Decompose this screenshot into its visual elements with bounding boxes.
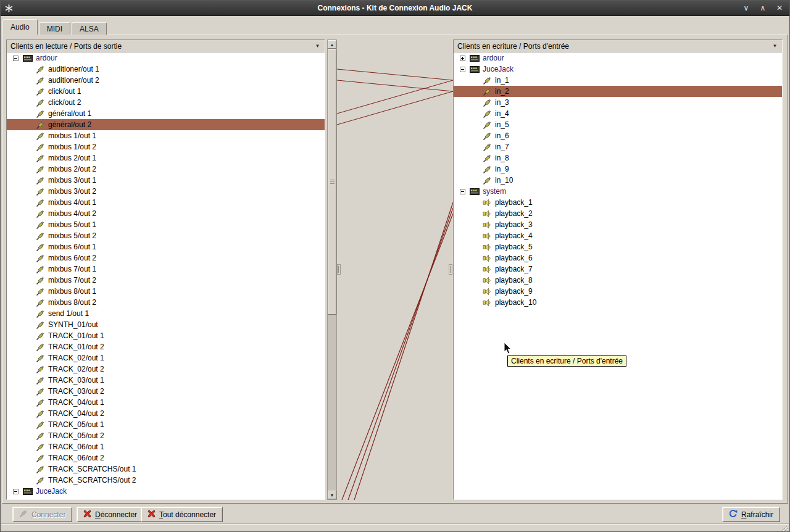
port-row-in_7[interactable]: in_7 xyxy=(454,141,782,152)
scrollbar-thumb[interactable] xyxy=(328,49,336,315)
expand-toggle-icon[interactable] xyxy=(460,56,465,61)
speaker-icon xyxy=(483,198,492,207)
port-row-send 1/out 1[interactable]: send 1/out 1 xyxy=(7,308,325,319)
disconnect-button[interactable]: Déconnecter xyxy=(77,507,144,522)
port-row-mixbus 2/out 1[interactable]: mixbus 2/out 1 xyxy=(7,152,325,164)
port-row-mixbus 4/out 2[interactable]: mixbus 4/out 2 xyxy=(7,208,325,219)
port-row-mixbus 2/out 2[interactable]: mixbus 2/out 2 xyxy=(7,164,325,175)
port-row-in_3[interactable]: in_3 xyxy=(454,97,782,108)
scroll-down-icon[interactable]: ▼ xyxy=(328,491,336,499)
port-row-mixbus 3/out 1[interactable]: mixbus 3/out 1 xyxy=(7,175,325,186)
port-row-in_10[interactable]: in_10 xyxy=(454,175,782,186)
port-row-mixbus 3/out 2[interactable]: mixbus 3/out 2 xyxy=(7,186,325,197)
chevron-down-icon[interactable]: ▼ xyxy=(313,43,322,49)
port-row-TRACK_06/out 2[interactable]: TRACK_06/out 2 xyxy=(7,452,325,463)
port-row-TRACK_05/out 1[interactable]: TRACK_05/out 1 xyxy=(7,419,325,430)
port-row-TRACK_01/out 2[interactable]: TRACK_01/out 2 xyxy=(7,341,325,352)
plug-icon xyxy=(36,276,45,285)
collapse-toggle-icon[interactable] xyxy=(460,189,465,194)
port-row-click/out 1[interactable]: click/out 1 xyxy=(7,86,325,97)
port-row-TRACK_04/out 1[interactable]: TRACK_04/out 1 xyxy=(7,397,325,408)
connect-button-label: Connecter xyxy=(31,510,65,519)
port-row-playback_7[interactable]: playback_7 xyxy=(454,264,782,275)
refresh-button[interactable]: Rafraîchir xyxy=(722,507,780,522)
port-row-mixbus 8/out 1[interactable]: mixbus 8/out 1 xyxy=(7,286,325,297)
collapse-toggle-icon[interactable] xyxy=(460,67,465,72)
port-row-mixbus 4/out 1[interactable]: mixbus 4/out 1 xyxy=(7,197,325,208)
minimize-icon[interactable]: ∨ xyxy=(742,4,750,12)
client-row-JuceJack[interactable]: JuceJack xyxy=(454,64,782,75)
port-row-TRACK_02/out 2[interactable]: TRACK_02/out 2 xyxy=(7,364,325,375)
port-row-mixbus 8/out 2[interactable]: mixbus 8/out 2 xyxy=(7,297,325,308)
port-row-playback_6[interactable]: playback_6 xyxy=(454,252,782,264)
port-row-in_4[interactable]: in_4 xyxy=(454,108,782,119)
splitter-handle-right[interactable] xyxy=(449,264,452,275)
close-icon[interactable]: ✕ xyxy=(775,4,784,12)
port-row-playback_3[interactable]: playback_3 xyxy=(454,219,782,230)
port-row-in_6[interactable]: in_6 xyxy=(454,130,782,141)
disconnect-all-button[interactable]: Tout déconnecter xyxy=(141,507,223,522)
port-row-in_1[interactable]: in_1 xyxy=(454,75,782,86)
port-row-playback_10[interactable]: playback_10 xyxy=(454,297,782,308)
client-row-ardour[interactable]: ardour xyxy=(454,52,782,64)
tab-alsa[interactable]: ALSA xyxy=(72,22,107,35)
port-row-TRACK_04/out 2[interactable]: TRACK_04/out 2 xyxy=(7,408,325,419)
plug-icon xyxy=(483,98,492,107)
port-row-mixbus 5/out 1[interactable]: mixbus 5/out 1 xyxy=(7,219,325,230)
port-row-mixbus 5/out 2[interactable]: mixbus 5/out 2 xyxy=(7,230,325,241)
splitter-handle-left[interactable] xyxy=(337,264,341,275)
tree-item-label: TRACK_06/out 2 xyxy=(48,454,104,462)
port-row-playback_8[interactable]: playback_8 xyxy=(454,275,782,286)
port-row-in_2[interactable]: in_2 xyxy=(454,86,782,97)
plug-icon xyxy=(483,120,492,130)
port-row-TRACK_05/out 2[interactable]: TRACK_05/out 2 xyxy=(7,430,325,441)
tree-item-label: TRACK_03/out 1 xyxy=(48,376,104,384)
collapse-toggle-icon[interactable] xyxy=(13,56,19,61)
port-row-mixbus 7/out 2[interactable]: mixbus 7/out 2 xyxy=(7,275,325,286)
port-row-in_8[interactable]: in_8 xyxy=(454,152,782,164)
plug-icon xyxy=(36,287,45,296)
port-row-général/out 2[interactable]: général/out 2 xyxy=(7,119,325,130)
port-row-mixbus 6/out 1[interactable]: mixbus 6/out 1 xyxy=(7,241,325,252)
client-row-JuceJack[interactable]: JuceJack xyxy=(7,486,325,497)
port-row-playback_2[interactable]: playback_2 xyxy=(454,208,782,219)
port-row-auditioner/out 1[interactable]: auditioner/out 1 xyxy=(7,64,325,75)
collapse-toggle-icon[interactable] xyxy=(13,489,19,494)
resize-grip[interactable] xyxy=(781,524,788,531)
port-row-TRACK_03/out 2[interactable]: TRACK_03/out 2 xyxy=(7,386,325,397)
port-row-TRACK_01/out 1[interactable]: TRACK_01/out 1 xyxy=(7,330,325,341)
port-row-TRACK_06/out 1[interactable]: TRACK_06/out 1 xyxy=(7,441,325,452)
port-row-playback_4[interactable]: playback_4 xyxy=(454,230,782,241)
port-row-général/out 1[interactable]: général/out 1 xyxy=(7,108,325,119)
port-row-TRACK_SCRATCHS/out 2[interactable]: TRACK_SCRATCHS/out 2 xyxy=(7,475,325,486)
chevron-down-icon[interactable]: ▼ xyxy=(770,43,780,49)
port-row-auditioner/out 2[interactable]: auditioner/out 2 xyxy=(7,75,325,86)
tab-audio[interactable]: Audio xyxy=(2,19,38,35)
left-list-scrollbar[interactable]: ▲ ▼ xyxy=(327,39,337,500)
port-row-in_5[interactable]: in_5 xyxy=(454,119,782,130)
port-row-playback_9[interactable]: playback_9 xyxy=(454,286,782,297)
left-panel-header[interactable]: Clients en lecture / Ports de sortie ▼ xyxy=(7,40,325,52)
port-row-click/out 2[interactable]: click/out 2 xyxy=(7,97,325,108)
port-row-mixbus 1/out 2[interactable]: mixbus 1/out 2 xyxy=(7,141,325,152)
right-panel-header[interactable]: Clients en ecriture / Ports d'entrée ▼ xyxy=(454,40,782,52)
maximize-icon[interactable]: ∧ xyxy=(759,4,767,12)
writable-clients-panel: Clients en ecriture / Ports d'entrée ▼ a… xyxy=(453,39,783,500)
scroll-up-icon[interactable]: ▲ xyxy=(328,40,336,49)
port-row-playback_5[interactable]: playback_5 xyxy=(454,241,782,252)
connect-button[interactable]: Connecter xyxy=(12,507,72,522)
port-row-in_9[interactable]: in_9 xyxy=(454,164,782,175)
client-row-system[interactable]: system xyxy=(454,186,782,197)
port-row-TRACK_SCRATCHS/out 1[interactable]: TRACK_SCRATCHS/out 1 xyxy=(7,463,325,475)
tab-midi[interactable]: MIDI xyxy=(39,22,70,35)
port-row-playback_1[interactable]: playback_1 xyxy=(454,197,782,208)
tree-item-label: mixbus 7/out 1 xyxy=(48,265,96,273)
port-row-mixbus 7/out 1[interactable]: mixbus 7/out 1 xyxy=(7,264,325,275)
port-row-TRACK_03/out 1[interactable]: TRACK_03/out 1 xyxy=(7,375,325,386)
port-row-TRACK_02/out 1[interactable]: TRACK_02/out 1 xyxy=(7,352,325,364)
port-row-mixbus 1/out 1[interactable]: mixbus 1/out 1 xyxy=(7,130,325,141)
port-row-SYNTH_01/out[interactable]: SYNTH_01/out xyxy=(7,319,325,330)
title-bar[interactable]: Connexions - Kit de Connexion Audio JACK… xyxy=(0,0,790,16)
port-row-mixbus 6/out 2[interactable]: mixbus 6/out 2 xyxy=(7,252,325,264)
client-row-ardour[interactable]: ardour xyxy=(7,52,325,64)
